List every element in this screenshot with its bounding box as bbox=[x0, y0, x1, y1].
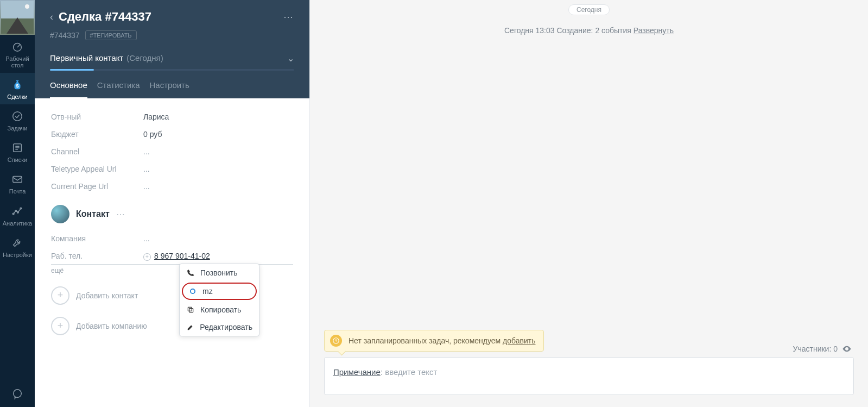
feed-summary-line: Сегодня 13:03 Создание: 2 события Развер… bbox=[310, 26, 868, 35]
ctx-label: mz bbox=[202, 287, 213, 296]
deal-panel: ‹ Сделка #744337 ⋯ #744337 #ТЕГИРОВАТЬ П… bbox=[35, 0, 309, 407]
nav-label: Задачи bbox=[8, 125, 28, 132]
ctx-copy[interactable]: Копировать bbox=[180, 301, 259, 318]
mail-icon bbox=[11, 173, 24, 186]
nav-item-deals[interactable]: $ Сделки bbox=[0, 73, 35, 104]
contact-name: Контакт bbox=[76, 209, 110, 219]
nav-label: Рабочий стол bbox=[1, 55, 34, 68]
field-page-url[interactable]: Current Page Url ... bbox=[51, 178, 293, 195]
ctx-label: Копировать bbox=[200, 305, 241, 314]
clock-icon bbox=[330, 335, 342, 347]
note-placeholder: : введите текст bbox=[381, 367, 438, 377]
note-label: Примечание bbox=[333, 367, 381, 377]
ctx-call[interactable]: Позвонить bbox=[180, 264, 259, 281]
svg-point-9 bbox=[12, 213, 14, 215]
phone-value[interactable]: 8 967 901-41-02 bbox=[154, 252, 210, 260]
nav-item-dashboard[interactable]: Рабочий стол bbox=[0, 35, 35, 73]
field-value: ... bbox=[143, 165, 150, 173]
plus-icon: + bbox=[51, 317, 69, 335]
contact-avatar bbox=[51, 205, 69, 223]
participants-label: Участники: 0 bbox=[793, 345, 838, 353]
nav-item-settings[interactable]: Настройки bbox=[0, 231, 35, 262]
contact-header[interactable]: Контакт ⋯ bbox=[51, 205, 293, 223]
field-label: Компания bbox=[51, 234, 143, 243]
pipeline-stage[interactable]: Первичный контакт (Сегодня) ⌄ bbox=[50, 53, 294, 71]
feed-header: Сегодня bbox=[310, 0, 868, 15]
task-add-link[interactable]: добавить bbox=[503, 336, 535, 345]
deal-id: #744337 bbox=[50, 31, 80, 40]
field-label: Current Page Url bbox=[51, 182, 143, 191]
add-phone-icon[interactable]: + bbox=[143, 253, 151, 261]
phone-icon bbox=[186, 268, 195, 277]
field-phone[interactable]: Раб. тел. +8 967 901-41-02 bbox=[51, 247, 293, 265]
deal-more-button[interactable]: ⋯ bbox=[283, 11, 294, 23]
task-banner-text: Нет запланированных задач, рекомендуем bbox=[349, 336, 503, 345]
feed-expand-link[interactable]: Развернуть bbox=[633, 26, 674, 35]
ctx-label: Редактировать bbox=[200, 323, 252, 331]
nav-item-mail[interactable]: Почта bbox=[0, 167, 35, 199]
svg-rect-8 bbox=[13, 177, 22, 183]
contact-more-button[interactable]: ⋯ bbox=[116, 209, 126, 220]
svg-rect-0 bbox=[1, 1, 34, 18]
budget-value: 0 bbox=[143, 130, 148, 139]
tab-main[interactable]: Основное bbox=[50, 80, 87, 98]
field-label: Раб. тел. bbox=[51, 252, 143, 261]
pipeline-stage-name: Первичный контакт bbox=[50, 53, 123, 62]
pipeline-progress bbox=[50, 69, 294, 71]
activity-feed: Сегодня Сегодня 13:03 Создание: 2 событи… bbox=[310, 0, 868, 407]
wrench-icon bbox=[11, 236, 24, 249]
svg-point-18 bbox=[846, 348, 848, 350]
back-button[interactable]: ‹ bbox=[50, 11, 53, 23]
budget-unit: руб bbox=[150, 130, 162, 139]
deal-header: ‹ Сделка #744337 ⋯ #744337 #ТЕГИРОВАТЬ П… bbox=[35, 0, 309, 98]
svg-text:$: $ bbox=[16, 83, 18, 89]
phone-context-menu: Позвонить mz Копировать Редактировать bbox=[179, 264, 259, 336]
tab-stats[interactable]: Статистика bbox=[97, 80, 140, 98]
money-bag-icon: $ bbox=[11, 78, 24, 91]
pencil-icon bbox=[186, 323, 194, 331]
gauge-icon bbox=[11, 40, 24, 53]
field-responsible[interactable]: Отв-ный Лариса bbox=[51, 108, 293, 126]
svg-rect-15 bbox=[189, 309, 193, 312]
nav-chat-button[interactable] bbox=[0, 381, 35, 407]
tab-setup[interactable]: Настроить bbox=[150, 80, 189, 98]
field-budget[interactable]: Бюджет 0 руб bbox=[51, 126, 293, 143]
chevron-down-icon: ⌄ bbox=[287, 53, 294, 64]
feed-summary-text: Сегодня 13:03 Создание: 2 события bbox=[504, 26, 633, 35]
nav-item-lists[interactable]: Списки bbox=[0, 136, 35, 167]
tag-button[interactable]: #ТЕГИРОВАТЬ bbox=[85, 30, 137, 40]
field-teletype[interactable]: Teletype Appeal Url ... bbox=[51, 160, 293, 178]
nav-item-tasks[interactable]: Задачи bbox=[0, 104, 35, 136]
nav-label: Сделки bbox=[7, 93, 28, 100]
participants[interactable]: Участники: 0 bbox=[793, 344, 852, 354]
field-value: ... bbox=[143, 182, 150, 191]
svg-point-3 bbox=[25, 4, 29, 9]
ctx-mz[interactable]: mz bbox=[182, 283, 257, 300]
ctx-label: Позвонить bbox=[200, 268, 237, 277]
field-value: Лариса bbox=[143, 112, 169, 121]
day-pill: Сегодня bbox=[568, 4, 610, 15]
chat-icon bbox=[11, 388, 23, 400]
ctx-edit[interactable]: Редактировать bbox=[180, 318, 259, 336]
nav-item-analytics[interactable]: Аналитика bbox=[0, 199, 35, 231]
deal-body: Отв-ный Лариса Бюджет 0 руб Channel ... … bbox=[35, 98, 309, 407]
plus-icon: + bbox=[51, 286, 69, 305]
nav-label: Почта bbox=[9, 188, 26, 195]
svg-point-14 bbox=[191, 289, 195, 293]
eye-icon bbox=[842, 344, 852, 354]
field-company[interactable]: Компания ... bbox=[51, 230, 293, 247]
add-contact-label: Добавить контакт bbox=[76, 291, 138, 300]
field-value: ... bbox=[143, 234, 150, 243]
field-label: Отв-ный bbox=[51, 112, 143, 121]
nav-label: Списки bbox=[8, 156, 28, 163]
sidebar-nav: Рабочий стол $ Сделки Задачи Списки Почт… bbox=[0, 0, 35, 407]
task-banner: Нет запланированных задач, рекомендуем д… bbox=[324, 330, 544, 352]
check-circle-icon bbox=[11, 110, 24, 123]
user-avatar[interactable] bbox=[0, 0, 35, 35]
note-input[interactable]: Примечание: введите текст bbox=[324, 357, 854, 395]
field-label: Бюджет bbox=[51, 130, 143, 139]
field-label: Teletype Appeal Url bbox=[51, 165, 143, 173]
field-channel[interactable]: Channel ... bbox=[51, 143, 293, 160]
nav-label: Настройки bbox=[3, 252, 32, 258]
deal-tabs: Основное Статистика Настроить bbox=[50, 80, 294, 98]
